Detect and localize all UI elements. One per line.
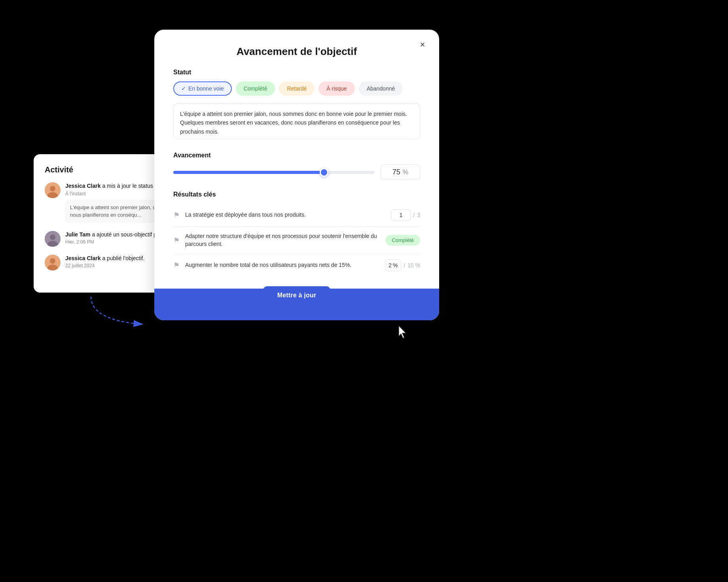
status-section-label: Statut: [173, 69, 420, 76]
flag-icon-1: ⚑: [173, 211, 180, 219]
status-completed-label: Complété: [244, 85, 267, 92]
kr-percent-1: %: [393, 262, 398, 268]
progress-value: 75: [392, 168, 400, 176]
kr-slash-1: /: [413, 212, 415, 218]
progress-thumb: [320, 168, 328, 177]
modal-title: Avancement de l'objectif: [173, 45, 420, 58]
activity-item-3: Jessica Clark a publié l'objectif. 22 ju…: [45, 255, 173, 270]
kr-total-1: 3: [417, 212, 420, 218]
kr-text-2: Adapter notre structure d'équipe et nos …: [185, 232, 380, 248]
svg-point-4: [50, 234, 55, 240]
dashed-arrow: [79, 289, 166, 336]
progress-row: 75 %: [173, 164, 420, 180]
activity-user-line-3: Jessica Clark a publié l'objectif.: [65, 255, 144, 263]
kr-current-value-3: 2: [389, 262, 392, 268]
activity-user-line-2: Julie Tam a ajouté un sous-objectif p: [65, 231, 157, 239]
status-completed[interactable]: Complété: [236, 81, 275, 96]
activity-content-3: Jessica Clark a publié l'objectif. 22 ju…: [65, 255, 144, 269]
avatar-jessica-2: [45, 255, 61, 270]
activity-item-2: Julie Tam a ajouté un sous-objectif p Hi…: [45, 231, 173, 247]
progress-input-box: 75 %: [381, 164, 420, 180]
flag-icon-2: ⚑: [173, 236, 180, 245]
status-abandoned[interactable]: Abandonné: [359, 81, 403, 96]
avatar-jessica-1: [45, 182, 61, 198]
kr-current-3[interactable]: 2 %: [385, 259, 401, 271]
activity-action-1: a mis à jour le status: [102, 183, 153, 189]
key-result-1: ⚑ La stratégie est déployée dans tous no…: [173, 204, 420, 227]
kr-metric-2: Complété: [385, 235, 420, 246]
svg-point-7: [50, 258, 55, 264]
progress-percent: %: [403, 169, 408, 176]
progress-section-label: Avancement: [173, 152, 420, 159]
activity-content-2: Julie Tam a ajouté un sous-objectif p Hi…: [65, 231, 157, 245]
key-result-2: ⚑ Adapter notre structure d'équipe et no…: [173, 227, 420, 254]
activity-action-3: a publié l'objectif.: [102, 255, 144, 261]
key-results-section: Résultats clés ⚑ La stratégie est déploy…: [173, 191, 420, 277]
kr-slash-3: /: [404, 262, 405, 268]
activity-action-2: a ajouté un sous-objectif p: [92, 231, 156, 238]
modal: × Avancement de l'objectif Statut ✓ En b…: [154, 30, 439, 320]
check-icon: ✓: [181, 85, 186, 92]
activity-time-2: Hier, 2:06 PM: [65, 239, 157, 245]
activity-user-name-3: Jessica Clark: [65, 255, 101, 261]
key-results-label: Résultats clés: [173, 191, 420, 198]
status-delayed[interactable]: Retardé: [279, 81, 315, 96]
close-button[interactable]: ×: [415, 38, 430, 52]
status-en-bonne-voie-label: En bonne voie: [188, 85, 224, 92]
progress-fill: [173, 171, 324, 174]
progress-track: [173, 171, 374, 174]
status-en-bonne-voie[interactable]: ✓ En bonne voie: [173, 81, 232, 96]
activity-time-3: 22 juillet 2024: [65, 263, 144, 268]
kr-metric-3: 2 % / 15 %: [385, 259, 420, 271]
flag-icon-3: ⚑: [173, 261, 180, 270]
status-at-risk-label: À risque: [326, 85, 347, 92]
activity-user-name-1: Jessica Clark: [65, 183, 101, 189]
kr-current-1[interactable]: 1: [391, 209, 411, 221]
avatar-julie: [45, 231, 61, 247]
submit-button[interactable]: Mettre à jour: [263, 286, 331, 304]
progress-section: Avancement 75 %: [173, 152, 420, 180]
status-row: ✓ En bonne voie Complété Retardé À risqu…: [173, 81, 420, 96]
kr-text-1: La stratégie est déployée dans tous nos …: [185, 211, 385, 219]
kr-metric-1: 1 / 3: [391, 209, 420, 221]
status-at-risk[interactable]: À risque: [318, 81, 355, 96]
svg-point-1: [50, 186, 55, 191]
kr-completed-badge: Complété: [385, 235, 420, 246]
cursor: [396, 324, 411, 342]
activity-title: Activité: [45, 165, 173, 174]
activity-item-1: Jessica Clark a mis à jour le status À l…: [45, 182, 173, 223]
status-abandoned-label: Abandonné: [367, 85, 395, 92]
kr-text-3: Augmenter le nombre total de nos utilisa…: [185, 261, 379, 269]
status-delayed-label: Retardé: [287, 85, 307, 92]
key-result-3: ⚑ Augmenter le nombre total de nos utili…: [173, 254, 420, 277]
progress-slider-container[interactable]: [173, 168, 374, 176]
description-textarea[interactable]: L'équipe a atteint son premier jalon, no…: [173, 104, 420, 139]
kr-total-3: 15 %: [408, 262, 420, 268]
activity-user-name-2: Julie Tam: [65, 231, 91, 238]
